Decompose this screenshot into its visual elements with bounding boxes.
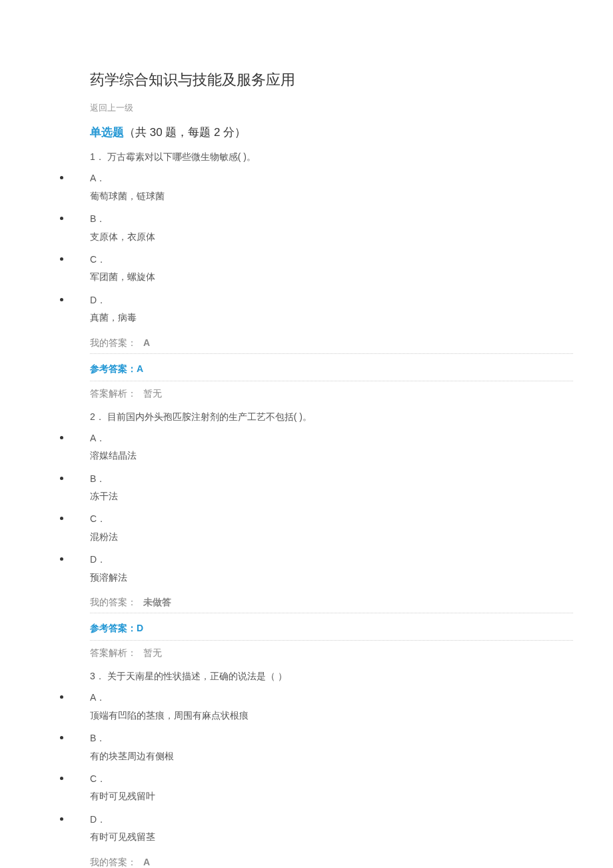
question-text: 3． 关于天南星的性状描述，正确的说法是（ ） <box>90 669 573 683</box>
option-text: 有时可见残留叶 <box>90 789 573 803</box>
option-text: 葡萄球菌，链球菌 <box>90 189 573 203</box>
list-item: A． 溶媒结晶法 <box>90 431 573 470</box>
bullet-icon <box>60 557 63 561</box>
analysis-row: 答案解析： 暂无 <box>90 385 573 409</box>
question-text: 2． 目前国内外头孢匹胺注射剂的生产工艺不包括( )。 <box>90 409 573 424</box>
option-label: D． <box>90 552 573 567</box>
my-answer-row: 我的答案： 未做答 <box>90 593 573 613</box>
ref-answer-value: D <box>137 623 143 633</box>
bullet-icon <box>60 817 63 821</box>
back-link[interactable]: 返回上一级 <box>90 102 573 114</box>
list-item: D． 预溶解法 <box>90 552 573 591</box>
option-text: 顶端有凹陷的茎痕，周围有麻点状根痕 <box>90 708 573 723</box>
option-text: 有的块茎周边有侧根 <box>90 749 573 763</box>
ref-answer-value: A <box>137 363 143 374</box>
list-item: D． 真菌，病毒 <box>90 293 573 332</box>
option-text: 支原体，衣原体 <box>90 229 573 244</box>
analysis-row: 答案解析： 暂无 <box>90 645 573 669</box>
list-item: B． 冻干法 <box>90 471 573 511</box>
option-text: 溶媒结晶法 <box>90 448 573 463</box>
bullet-icon <box>60 477 63 480</box>
bullet-icon <box>60 517 63 520</box>
option-text: 真菌，病毒 <box>90 310 573 325</box>
bullet-icon <box>60 298 63 301</box>
my-answer-label: 我的答案： <box>90 857 137 867</box>
list-item: D． 有时可见残留茎 <box>90 812 573 851</box>
bullet-icon <box>60 257 63 261</box>
option-label: B． <box>90 211 573 226</box>
my-answer-label: 我的答案： <box>90 337 137 348</box>
my-answer-value: 未做答 <box>143 597 171 607</box>
bullet-icon <box>60 695 63 699</box>
option-text: 混粉法 <box>90 529 573 544</box>
option-label: C． <box>90 771 573 786</box>
option-list: A． 溶媒结晶法 B． 冻干法 C． 混粉法 <box>90 431 573 591</box>
bullet-icon <box>60 777 63 780</box>
list-item: C． 混粉法 <box>90 511 573 551</box>
my-answer-row: 我的答案： A <box>90 333 573 354</box>
list-item: C． 军团菌，螺旋体 <box>90 252 573 291</box>
option-text: 军团菌，螺旋体 <box>90 269 573 284</box>
option-label: A． <box>90 171 573 185</box>
option-label: D． <box>90 293 573 307</box>
bullet-icon <box>60 176 63 179</box>
ref-answer-row: 参考答案：A <box>90 358 573 381</box>
option-label: A． <box>90 431 573 445</box>
list-item: B． 有的块茎周边有侧根 <box>90 731 573 770</box>
bullet-icon <box>60 736 63 739</box>
option-list: A． 顶端有凹陷的茎痕，周围有麻点状根痕 B． 有的块茎周边有侧根 C． 有时可… <box>90 690 573 851</box>
my-answer-value: A <box>143 337 150 348</box>
section-type: 单选题 <box>90 126 124 139</box>
bullet-icon <box>60 217 63 220</box>
option-list: A． 葡萄球菌，链球菌 B． 支原体，衣原体 C． 军团菌，螺旋体 <box>90 171 573 331</box>
ref-answer-label: 参考答案： <box>90 363 137 374</box>
option-text: 冻干法 <box>90 489 573 503</box>
option-label: C． <box>90 511 573 526</box>
document-container: 药学综合知识与技能及服务应用 返回上一级 单选题（共 30 题，每题 2 分） … <box>0 70 613 868</box>
list-item: C． 有时可见残留叶 <box>90 771 573 811</box>
my-answer-value: A <box>143 857 150 867</box>
ref-answer-label: 参考答案： <box>90 623 137 633</box>
my-answer-row: 我的答案： A <box>90 853 573 868</box>
list-item: A． 葡萄球菌，链球菌 <box>90 171 573 210</box>
analysis-label: 答案解析： <box>90 647 137 658</box>
option-label: C． <box>90 252 573 267</box>
option-text: 有时可见残留茎 <box>90 829 573 844</box>
bullet-icon <box>60 436 63 439</box>
list-item: A． 顶端有凹陷的茎痕，周围有麻点状根痕 <box>90 690 573 729</box>
option-label: B． <box>90 471 573 486</box>
analysis-value: 暂无 <box>143 647 162 658</box>
my-answer-label: 我的答案： <box>90 597 137 607</box>
page-title: 药学综合知识与技能及服务应用 <box>90 70 573 90</box>
list-item: B． 支原体，衣原体 <box>90 211 573 251</box>
section-header: 单选题（共 30 题，每题 2 分） <box>90 125 573 140</box>
option-label: D． <box>90 812 573 827</box>
option-text: 预溶解法 <box>90 570 573 585</box>
option-label: B． <box>90 731 573 745</box>
option-label: A． <box>90 690 573 705</box>
ref-answer-row: 参考答案：D <box>90 617 573 641</box>
analysis-value: 暂无 <box>143 388 162 399</box>
analysis-label: 答案解析： <box>90 388 137 399</box>
question-text: 1． 万古霉素对以下哪些微生物敏感( )。 <box>90 149 573 164</box>
section-info: （共 30 题，每题 2 分） <box>124 126 246 139</box>
